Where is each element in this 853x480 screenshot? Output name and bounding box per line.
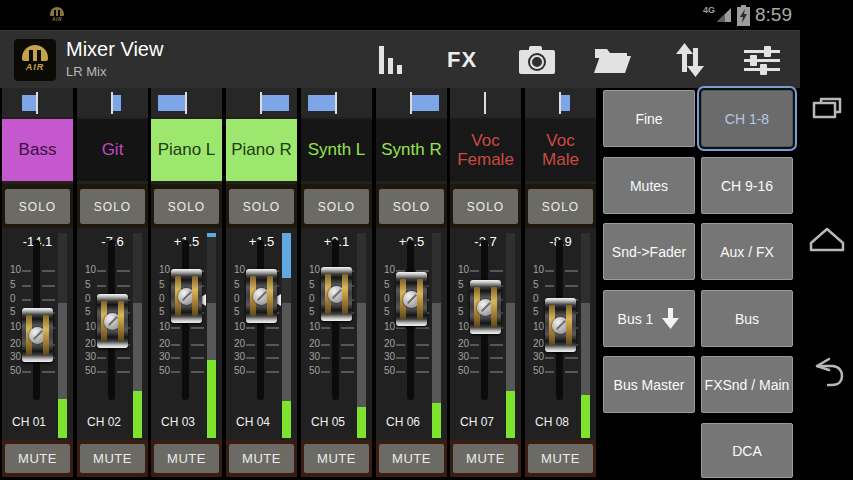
camera-icon <box>517 44 557 76</box>
fader-knob[interactable] <box>246 269 277 323</box>
back-button[interactable] <box>800 350 853 394</box>
mute-button[interactable]: MUTE <box>80 444 145 473</box>
m-air-app-icon: AIR <box>14 39 56 81</box>
mute-button[interactable]: MUTE <box>528 444 593 473</box>
meters-button[interactable] <box>366 31 416 89</box>
scale-tick <box>416 344 429 346</box>
mute-button[interactable]: MUTE <box>5 444 70 473</box>
scale-tick <box>565 285 578 287</box>
panel-button-label: Bus <box>735 311 759 327</box>
mute-row: MUTE <box>2 440 73 477</box>
settings-button[interactable] <box>737 31 787 89</box>
meter-bars-icon <box>378 45 404 75</box>
panel-button-bus[interactable]: Bus <box>701 290 793 347</box>
snapshot-button[interactable] <box>512 31 562 89</box>
fader-knob[interactable] <box>22 308 53 362</box>
channel-strip: Synth L SOLO +2.1 1050510203050 CH 05 MU… <box>301 88 372 477</box>
fx-button[interactable]: FX <box>437 31 487 89</box>
battery-charging-icon <box>737 5 750 26</box>
panel-button-ch-1-8[interactable]: CH 1-8 <box>701 90 793 147</box>
pan-slider[interactable] <box>307 92 365 114</box>
channel-name-button[interactable]: Git <box>77 119 148 181</box>
channel-name-button[interactable]: Piano R <box>226 119 297 181</box>
solo-button[interactable]: SOLO <box>528 189 593 224</box>
mute-button[interactable]: MUTE <box>304 444 369 473</box>
solo-button[interactable]: SOLO <box>154 189 219 224</box>
solo-button[interactable]: SOLO <box>5 189 70 224</box>
mute-row: MUTE <box>77 440 148 477</box>
mute-button[interactable]: MUTE <box>453 444 518 473</box>
back-icon <box>809 355 845 389</box>
recents-button[interactable] <box>800 88 853 132</box>
scale-tick <box>341 357 354 359</box>
fader-knob[interactable] <box>470 280 501 334</box>
panel-button-aux-fx[interactable]: Aux / FX <box>701 223 793 280</box>
knob-logo-slash <box>33 330 43 340</box>
panel-button-snd-fader[interactable]: Snd->Fader <box>603 223 695 280</box>
panel-button-label: Mutes <box>630 178 668 194</box>
pan-slider[interactable] <box>83 92 141 114</box>
panel-button-bus-1[interactable]: Bus 1 <box>603 290 695 347</box>
channel-strip: Voc Male SOLO -8.9 1050510203050 CH 08 M… <box>525 88 596 477</box>
scale-tick <box>22 299 31 301</box>
scenes-button[interactable] <box>587 31 637 89</box>
pan-slider[interactable] <box>456 92 514 114</box>
channel-strip: Piano L SOLO +1.5 1050510203050 CH 03 MU… <box>151 88 222 477</box>
mute-button[interactable]: MUTE <box>229 444 294 473</box>
channel-name-button[interactable]: Bass <box>2 119 73 181</box>
channel-name-button[interactable]: Voc Female <box>450 119 521 181</box>
fader-knob[interactable] <box>545 298 576 352</box>
meter-level-fill <box>357 407 366 438</box>
m-logo <box>22 45 48 61</box>
solo-button[interactable]: SOLO <box>304 189 369 224</box>
pan-slider[interactable] <box>157 92 215 114</box>
solo-button[interactable]: SOLO <box>379 189 444 224</box>
view-select-panel: FineCH 1-8MutesCH 9-16Snd->FaderAux / FX… <box>600 88 798 480</box>
scale-tick <box>416 327 429 329</box>
scale-tick <box>565 270 578 272</box>
solo-button[interactable]: SOLO <box>80 189 145 224</box>
air-logo-text: AIR <box>14 62 56 72</box>
pan-slider[interactable] <box>382 92 440 114</box>
panel-button-mutes[interactable]: Mutes <box>603 157 695 214</box>
mute-row: MUTE <box>226 440 297 477</box>
knob-logo-slash <box>481 302 491 312</box>
scale-tick <box>416 357 429 359</box>
mute-button[interactable]: MUTE <box>379 444 444 473</box>
scale-tick <box>470 270 479 272</box>
knob-logo-circle <box>253 288 270 305</box>
panel-button-fine[interactable]: Fine <box>603 90 695 147</box>
home-button[interactable] <box>800 216 853 260</box>
channel-name-button[interactable]: Synth R <box>376 119 447 181</box>
meter-level-fill <box>282 401 291 438</box>
meter-level-fill <box>506 391 515 438</box>
channel-strip: Synth R SOLO +0.5 1050510203050 CH 06 MU… <box>376 88 447 477</box>
solo-button[interactable]: SOLO <box>229 189 294 224</box>
action-bar: AIR Mixer View LR Mix FX <box>0 30 800 88</box>
mute-button[interactable]: MUTE <box>154 444 219 473</box>
scale-tick <box>266 357 279 359</box>
channel-name-button[interactable]: Piano L <box>151 119 222 181</box>
channel-name-button[interactable]: Synth L <box>301 119 372 181</box>
transfer-button[interactable] <box>665 31 715 89</box>
panel-button-fxsnd-main[interactable]: FXSnd / Main <box>701 356 793 413</box>
scale-tick <box>246 344 255 346</box>
panel-button-dca[interactable]: DCA <box>701 423 793 478</box>
channel-id-label: CH 02 <box>77 415 131 429</box>
network-type-label: 4G <box>703 5 715 15</box>
solo-row: SOLO <box>525 184 596 228</box>
fader-knob[interactable] <box>396 272 427 326</box>
fader-knob[interactable] <box>171 269 202 323</box>
panel-button-ch-9-16[interactable]: CH 9-16 <box>701 157 793 214</box>
scale-tick <box>341 344 354 346</box>
scale-tick <box>341 327 354 329</box>
pan-slider[interactable] <box>8 92 66 114</box>
fader-knob[interactable] <box>97 294 128 348</box>
fader-knob[interactable] <box>321 267 352 321</box>
knob-logo-circle <box>29 327 46 344</box>
pan-slider[interactable] <box>531 92 589 114</box>
channel-name-button[interactable]: Voc Male <box>525 119 596 181</box>
solo-button[interactable]: SOLO <box>453 189 518 224</box>
panel-button-bus-master[interactable]: Bus Master <box>603 356 695 413</box>
pan-slider[interactable] <box>232 92 290 114</box>
